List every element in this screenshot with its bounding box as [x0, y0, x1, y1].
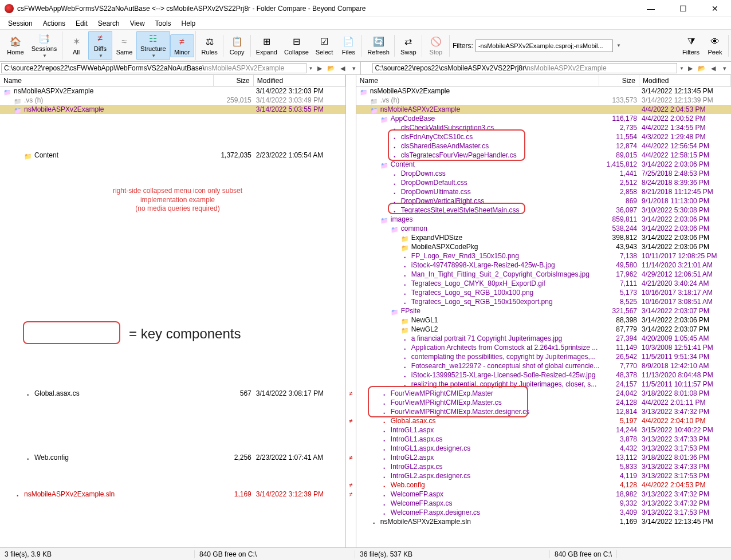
- peek-button[interactable]: 👁Peek: [703, 35, 727, 57]
- right-header-size[interactable]: Size: [599, 75, 639, 86]
- minor-button[interactable]: ≠Minor: [170, 34, 194, 57]
- table-row[interactable]: Fotosearch_we122972 - conceptual shot of…: [356, 361, 731, 370]
- table-row[interactable]: [0, 288, 345, 297]
- table-row[interactable]: Global.asax.cs5673/14/2022 3:08:17 PM: [0, 389, 345, 398]
- table-row[interactable]: nsMobileASPXv2Example3/14/2022 3:12:03 P…: [0, 86, 345, 96]
- table-row[interactable]: AppCodeBase116,1784/4/2022 2:00:52 PM: [356, 114, 731, 123]
- table-row[interactable]: [0, 398, 345, 407]
- left-browse-back-icon[interactable]: ◀: [337, 63, 348, 73]
- stop-button[interactable]: 🚫Stop: [424, 35, 448, 57]
- table-row[interactable]: clsSharedBaseAndMaster.cs12,8744/4/2022 …: [356, 141, 731, 151]
- table-row[interactable]: Web.config2,2562/23/2022 1:07:41 AM: [0, 453, 345, 462]
- table-row[interactable]: DropDownUltimate.css2,8588/21/2018 11:12…: [356, 187, 731, 196]
- table-row[interactable]: nsMobileASPXv2Example4/4/2022 2:04:53 PM: [356, 105, 731, 114]
- table-row[interactable]: FourViewMPRightCMIExp.Master24,0423/18/2…: [356, 389, 731, 398]
- table-row[interactable]: images859,8113/14/2022 2:03:06 PM: [356, 215, 731, 224]
- table-row[interactable]: [0, 114, 345, 123]
- table-row[interactable]: [0, 270, 345, 279]
- table-row[interactable]: WelcomeFP.aspx18,9823/13/2022 3:47:32 PM: [356, 490, 731, 499]
- table-row[interactable]: ExpandVHDSize398,8123/14/2022 2:03:06 PM: [356, 233, 731, 242]
- table-row[interactable]: Global.asax.cs5,1974/4/2022 2:04:10 PM: [356, 416, 731, 425]
- filters-button[interactable]: ⧩Filters: [679, 35, 703, 57]
- table-row[interactable]: [0, 316, 345, 325]
- right-header-modified[interactable]: Modified: [639, 75, 731, 86]
- menu-session[interactable]: Session: [3, 18, 37, 29]
- table-row[interactable]: nsMobileASPXv2Example.sln1,1693/14/2022 …: [0, 490, 345, 499]
- table-row[interactable]: WelcomeFP.aspx.designer.cs3,4093/13/2022…: [356, 508, 731, 517]
- expand-button[interactable]: ⊞Expand: [253, 35, 281, 57]
- right-path-input[interactable]: C:\source22\repos22\csMobileASPXv2VS22Pr…: [372, 63, 678, 73]
- table-row[interactable]: nsMobileASPXv2Example.sln1,1693/14/2022 …: [356, 517, 731, 526]
- table-row[interactable]: clsTegratecsFourViewPageHandler.cs89,015…: [356, 151, 731, 160]
- menu-edit[interactable]: Edit: [71, 18, 92, 29]
- right-file-list[interactable]: nsMobileASPXv2Example3/14/2022 12:13:45 …: [356, 86, 731, 547]
- menu-search[interactable]: Search: [93, 18, 124, 29]
- home-button[interactable]: 🏠Home: [3, 35, 27, 57]
- right-browse-open-icon[interactable]: 📂: [697, 63, 707, 73]
- left-file-list[interactable]: nsMobileASPXv2Example3/14/2022 3:12:03 P…: [0, 86, 345, 547]
- right-browse-back-icon[interactable]: ◀: [708, 63, 718, 73]
- left-path-input[interactable]: C:\source22\repos22\csFWWebAppWebFormsVS…: [1, 63, 306, 73]
- table-row[interactable]: [0, 160, 345, 169]
- table-row[interactable]: [0, 444, 345, 453]
- table-row[interactable]: [0, 361, 345, 370]
- table-row[interactable]: IntroGL1.aspx.cs3,8783/13/2022 3:47:33 P…: [356, 435, 731, 444]
- table-row[interactable]: [0, 370, 345, 380]
- table-row[interactable]: [0, 215, 345, 224]
- table-row[interactable]: IntroGL2.aspx13,1123/18/2022 8:01:36 PM: [356, 453, 731, 462]
- left-header-name[interactable]: Name: [0, 75, 214, 86]
- collapse-button[interactable]: ⊟Collapse: [281, 35, 312, 57]
- table-row[interactable]: Tegratecs_Logo_sq_RGB_150x150export.png8…: [356, 297, 731, 306]
- table-row[interactable]: DropDownDefault.css2,5128/24/2018 8:39:3…: [356, 178, 731, 187]
- table-row[interactable]: [0, 425, 345, 435]
- filters-dropdown[interactable]: ▼: [616, 43, 621, 48]
- table-row[interactable]: [0, 297, 345, 306]
- right-header-name[interactable]: Name: [356, 75, 599, 86]
- left-header-modified[interactable]: Modified: [254, 75, 345, 86]
- minimize-button[interactable]: —: [639, 2, 662, 15]
- table-row[interactable]: IntroGL1.aspx.designer.cs4,4323/13/2022 …: [356, 444, 731, 453]
- table-row[interactable]: FourViewMPRightCMIExp.Master.cs24,1284/4…: [356, 398, 731, 407]
- sessions-button[interactable]: 📑Sessions▼: [27, 31, 61, 60]
- table-row[interactable]: clsFdnAnyCtxCS10c.cs11,5544/3/2022 1:29:…: [356, 132, 731, 141]
- table-row[interactable]: [0, 416, 345, 425]
- refresh-button[interactable]: 🔄Refresh: [364, 35, 393, 57]
- table-row[interactable]: [0, 462, 345, 471]
- files-button[interactable]: 📄Files: [336, 35, 360, 57]
- table-row[interactable]: nsMobileASPXv2Example3/14/2022 5:03:55 P…: [0, 105, 345, 114]
- structure-button[interactable]: ☷Structure▼: [136, 31, 170, 60]
- maximize-button[interactable]: ☐: [671, 2, 694, 15]
- table-row[interactable]: [0, 380, 345, 389]
- table-row[interactable]: Content1,372,0352/23/2022 1:05:54 AM: [0, 151, 345, 160]
- right-path-dropdown[interactable]: ▼: [679, 66, 684, 71]
- table-row[interactable]: Application Architects from Comstock at …: [356, 343, 731, 352]
- select-button[interactable]: ☑Select: [312, 35, 337, 57]
- table-row[interactable]: iStock-497478998-XLarge-Resized-425w-B.j…: [356, 261, 731, 270]
- table-row[interactable]: [0, 261, 345, 270]
- left-header-size[interactable]: Size: [214, 75, 254, 86]
- table-row[interactable]: [0, 352, 345, 361]
- left-browse-open-icon[interactable]: 📂: [326, 63, 336, 73]
- left-browse-history-icon[interactable]: ▾: [349, 63, 359, 73]
- table-row[interactable]: [0, 141, 345, 151]
- table-row[interactable]: [0, 233, 345, 242]
- table-row[interactable]: nsMobileASPXv2Example3/14/2022 12:13:45 …: [356, 86, 731, 96]
- table-row[interactable]: IntroGL2.aspx.designer.cs4,1193/13/2022 …: [356, 471, 731, 480]
- table-row[interactable]: [0, 435, 345, 444]
- right-browse-history-icon[interactable]: ▾: [720, 63, 730, 73]
- table-row[interactable]: [0, 123, 345, 132]
- table-row[interactable]: [0, 169, 345, 178]
- table-row[interactable]: [0, 132, 345, 141]
- table-row[interactable]: [0, 224, 345, 233]
- swap-button[interactable]: ⇄Swap: [396, 35, 420, 57]
- table-row[interactable]: [0, 343, 345, 352]
- table-row[interactable]: TegratecsSiteLevelStyleSheetMain.css36,0…: [356, 206, 731, 215]
- table-row[interactable]: FourViewMPRightCMIExp.Master.designer.cs…: [356, 407, 731, 416]
- close-button[interactable]: ✕: [704, 2, 726, 15]
- table-row[interactable]: [0, 471, 345, 480]
- table-row[interactable]: Tegratecs_Logo_sq_RGB_100x100.png5,17310…: [356, 288, 731, 297]
- all-button[interactable]: ✶All: [64, 35, 88, 57]
- diffs-button[interactable]: ≠Diffs▼: [88, 31, 112, 60]
- table-row[interactable]: Web.config4,1284/4/2022 2:04:53 PM: [356, 480, 731, 490]
- table-row[interactable]: [0, 251, 345, 261]
